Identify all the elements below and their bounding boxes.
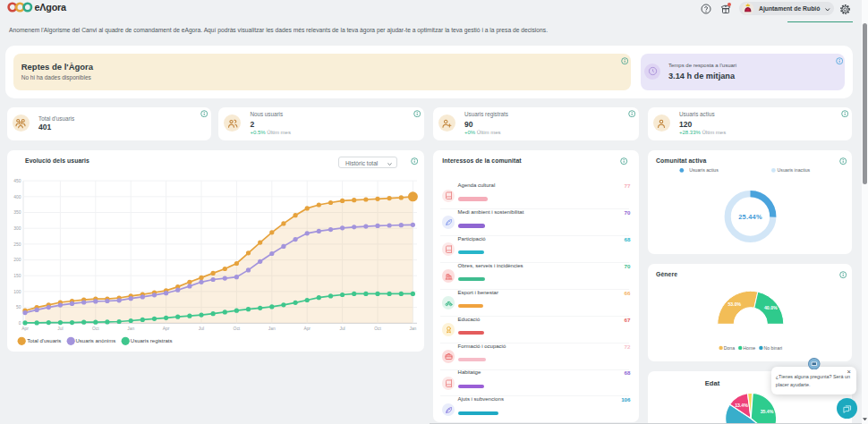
svg-text:13.4%: 13.4% [735,403,748,408]
svg-text:35.4%: 35.4% [761,409,774,414]
